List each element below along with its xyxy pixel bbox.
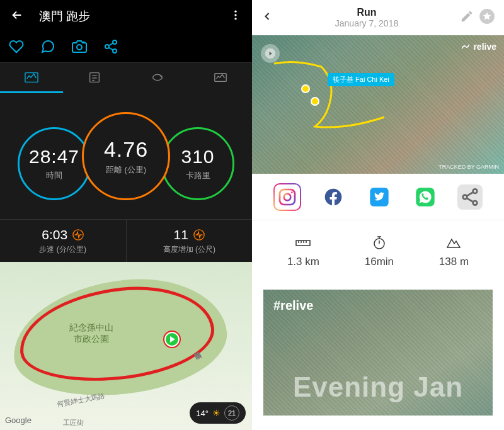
stat-elevation[interactable]: 11 高度增加 (公尺) bbox=[127, 220, 253, 262]
elev-value: 11 bbox=[174, 227, 188, 242]
share-icon[interactable] bbox=[103, 39, 118, 57]
route-map[interactable]: 紀念孫中山 市政公園 何賢紳士大馬路 關閘廣場 工匠街 Google 14° ☀… bbox=[0, 262, 252, 430]
share-facebook-button[interactable] bbox=[319, 183, 347, 211]
relive-logo: relive bbox=[461, 42, 496, 52]
stat-elevation: 138 m bbox=[439, 235, 469, 268]
svg-point-3 bbox=[77, 45, 82, 50]
location-badge: 筷子基 Fai Chi Kei bbox=[328, 73, 394, 86]
svg-point-21 bbox=[302, 85, 309, 93]
time-value: 28:47 bbox=[29, 146, 79, 167]
svg-point-25 bbox=[291, 191, 293, 193]
svg-rect-23 bbox=[280, 190, 295, 205]
tab-overview[interactable] bbox=[0, 63, 63, 93]
park-label: 紀念孫中山 市政公園 bbox=[69, 322, 113, 344]
hashtag-overlay: #relive bbox=[273, 298, 313, 313]
distance-value: 1.3 km bbox=[287, 256, 319, 268]
share-twitter-button[interactable] bbox=[365, 183, 393, 211]
stat-distance: 1.3 km bbox=[287, 235, 319, 268]
map-provider-logo: Google bbox=[5, 416, 32, 425]
svg-line-31 bbox=[466, 198, 472, 201]
distance-label: 距離 (公里) bbox=[106, 164, 146, 176]
svg-point-4 bbox=[113, 40, 117, 44]
activity-title: Run bbox=[278, 7, 455, 18]
svg-point-30 bbox=[472, 201, 477, 205]
route-overlay bbox=[271, 54, 447, 142]
video-title-overlay: Evening Jan bbox=[263, 371, 493, 403]
share-whatsapp-button[interactable] bbox=[411, 183, 439, 211]
elev-value: 138 m bbox=[439, 256, 469, 268]
svg-line-32 bbox=[466, 192, 472, 196]
temperature: 14° bbox=[196, 409, 209, 418]
tab-details[interactable] bbox=[63, 63, 126, 93]
svg-point-24 bbox=[284, 193, 291, 200]
calories-value: 310 bbox=[181, 146, 214, 167]
time-label: 時間 bbox=[46, 170, 62, 181]
svg-point-1 bbox=[234, 14, 236, 16]
relive-video-preview[interactable]: 筷子基 Fai Chi Kei relive TRACKED BY GARMIN bbox=[252, 35, 504, 174]
back-arrow-icon[interactable] bbox=[10, 8, 24, 25]
ring-calories: 310 卡路里 bbox=[161, 127, 234, 200]
sun-icon: ☀ bbox=[212, 408, 220, 418]
pace-value: 6:03 bbox=[42, 227, 67, 242]
mountain-icon bbox=[445, 235, 462, 249]
activity-date: January 7, 2018 bbox=[278, 18, 455, 28]
tab-charts[interactable] bbox=[189, 63, 252, 93]
star-icon[interactable] bbox=[479, 8, 495, 27]
svg-point-28 bbox=[472, 189, 477, 193]
heart-icon[interactable] bbox=[9, 39, 24, 57]
ruler-icon bbox=[295, 235, 311, 249]
date-badge: 21 bbox=[224, 405, 239, 421]
weather-widget[interactable]: 14° ☀ 21 bbox=[190, 402, 246, 424]
pulse-icon bbox=[72, 229, 84, 240]
edit-icon[interactable] bbox=[460, 9, 474, 26]
camera-icon[interactable] bbox=[72, 39, 87, 57]
pulse-icon bbox=[193, 229, 205, 240]
svg-point-6 bbox=[113, 49, 117, 53]
svg-point-22 bbox=[311, 98, 319, 105]
relive-secondary-preview[interactable]: #relive Evening Jan bbox=[263, 290, 493, 416]
calories-label: 卡路里 bbox=[186, 170, 210, 181]
elev-label: 高度增加 (公尺) bbox=[163, 244, 215, 255]
tab-laps[interactable] bbox=[126, 63, 189, 93]
svg-line-8 bbox=[109, 43, 113, 45]
stats-rings: 28:47 時間 310 卡路里 4.76 距離 (公里) bbox=[0, 93, 252, 219]
road-label: 工匠街 bbox=[63, 418, 84, 427]
share-more-button[interactable] bbox=[457, 184, 483, 210]
tracker-credit: TRACKED BY GARMIN bbox=[438, 164, 499, 170]
ring-distance: 4.76 距離 (公里) bbox=[82, 112, 170, 200]
stat-pace[interactable]: 6:03 步速 (分/公里) bbox=[0, 220, 127, 262]
pace-label: 步速 (分/公里) bbox=[39, 244, 86, 255]
svg-line-7 bbox=[109, 47, 113, 50]
svg-point-5 bbox=[105, 45, 109, 48]
svg-point-0 bbox=[234, 11, 236, 13]
back-chevron-icon[interactable] bbox=[261, 10, 273, 25]
stat-time: 16min bbox=[365, 235, 394, 268]
time-value: 16min bbox=[365, 256, 394, 268]
stopwatch-icon bbox=[371, 235, 387, 249]
page-title: 澳門 跑步 bbox=[39, 8, 229, 25]
more-icon[interactable] bbox=[229, 9, 242, 24]
comment-icon[interactable] bbox=[40, 39, 55, 57]
distance-value: 4.76 bbox=[104, 137, 148, 162]
start-marker-icon bbox=[163, 330, 181, 349]
share-instagram-button[interactable] bbox=[273, 183, 301, 211]
ring-time: 28:47 時間 bbox=[18, 127, 91, 200]
svg-point-2 bbox=[234, 18, 236, 20]
